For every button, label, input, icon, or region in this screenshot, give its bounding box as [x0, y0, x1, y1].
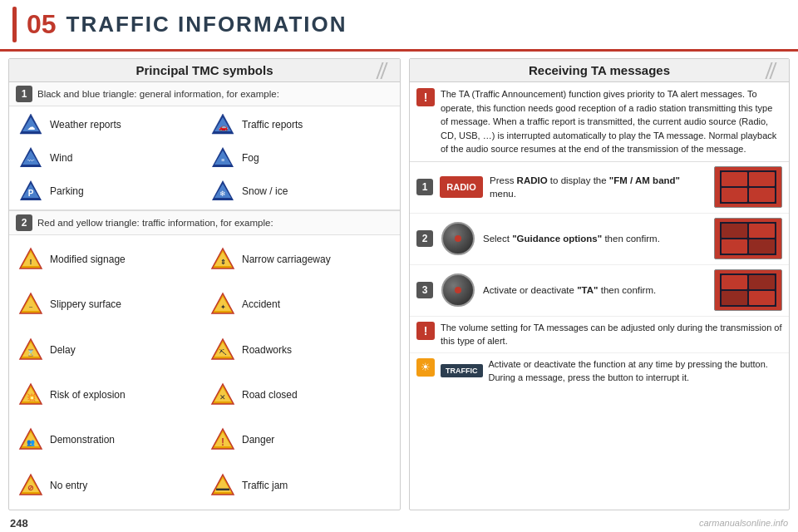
traffic-reports-label: Traffic reports [242, 119, 303, 131]
traffic-reports-icon: 🚗 [209, 111, 236, 138]
fog-icon: ≡ [209, 145, 236, 171]
accident-label: Accident [242, 298, 280, 310]
traffic-tip-text: Activate or deactivate the function at a… [489, 357, 768, 385]
section1-description: Black and blue triangle: general informa… [37, 89, 279, 99]
section2-symbols: ! Modified signage ⇕ Narrow carriageway … [9, 235, 400, 510]
road-closed-label: Road closed [242, 389, 298, 401]
svg-text:~: ~ [29, 303, 33, 311]
left-panel-title-wrap: Principal TMC symbols [9, 59, 400, 82]
svg-text:🚗: 🚗 [219, 122, 229, 132]
section2-description: Red and yellow triangle: traffic informa… [37, 218, 273, 228]
traffic-jam-label: Traffic jam [242, 480, 288, 491]
symbol-narrow-carriageway: ⇕ Narrow carriageway [204, 237, 397, 282]
step3-knob-area [440, 272, 476, 308]
symbol-fog: ≡ Fog [204, 141, 397, 175]
step1-badge: 1 [416, 179, 433, 195]
symbol-accident: ✦ Accident [204, 282, 397, 327]
right-panel: Receiving TA messages ! The TA (Traffic … [409, 58, 790, 510]
svg-text:✦: ✦ [220, 303, 226, 311]
chapter-number: 05 [27, 9, 57, 40]
modified-signage-icon: ! [17, 246, 44, 273]
section2-badge: 2 [16, 214, 32, 231]
parking-label: Parking [50, 185, 84, 197]
section1-badge: 1 [16, 86, 32, 102]
ta-info-text: The TA (Traffic Announcement) function g… [441, 87, 782, 156]
no-entry-icon: ⊘ [17, 472, 44, 499]
danger-icon: ! [209, 426, 236, 453]
symbol-weather-reports: ☁ Weather reports [12, 108, 204, 141]
symbol-roadworks: ⛏ Roadworks [204, 328, 397, 372]
symbol-modified-signage: ! Modified signage [12, 237, 204, 282]
svg-text:✕: ✕ [219, 393, 226, 401]
left-panel-title: Principal TMC symbols [135, 63, 273, 77]
step2-badge: 2 [416, 230, 433, 247]
modified-signage-label: Modified signage [50, 254, 126, 265]
slippery-surface-label: Slippery surface [50, 298, 121, 310]
weather-reports-icon: ☁ [17, 111, 44, 138]
step3-row: 3 Activate or deactivate "TA" then confi… [410, 265, 789, 317]
volume-tip-text: The volume setting for TA messages can b… [441, 321, 782, 348]
symbol-traffic-reports: 🚗 Traffic reports [204, 108, 397, 141]
traffic-jam-icon: ▬▬ [209, 472, 236, 499]
delay-label: Delay [50, 344, 76, 356]
demonstration-icon: 👥 [17, 426, 44, 453]
svg-text:⌛: ⌛ [27, 348, 35, 357]
svg-text:💥: 💥 [27, 392, 37, 402]
page-footer: 248 carmanualsonline.info [0, 514, 798, 532]
symbol-no-entry: ⊘ No entry [12, 463, 204, 508]
step1-button-label: RADIO [446, 182, 475, 192]
traffic-tip-box: ☀ TRAFFIC Activate or deactivate the fun… [410, 353, 789, 389]
right-panel-title: Receiving TA messages [529, 63, 670, 77]
exclamation-badge-2: ! [416, 322, 435, 340]
section1-symbols: ☁ Weather reports 🚗 Traffic reports 〰 Wi… [9, 106, 400, 211]
traffic-button-label: TRAFFIC [446, 367, 478, 375]
traffic-button-display: TRAFFIC [441, 364, 483, 377]
step3-device-image [714, 269, 782, 311]
step1-button-area: RADIO [440, 176, 483, 198]
symbol-road-closed: ✕ Road closed [204, 372, 397, 417]
svg-text:!: ! [30, 258, 32, 266]
svg-text:⊘: ⊘ [27, 484, 34, 492]
weather-reports-label: Weather reports [50, 119, 121, 131]
page-number: 248 [10, 517, 28, 530]
svg-text:!: ! [221, 436, 224, 448]
step1-row: 1 RADIO Press RADIO to display the "FM /… [410, 162, 789, 214]
symbol-parking: P Parking [12, 175, 204, 208]
slippery-surface-icon: ~ [17, 291, 44, 318]
svg-text:👥: 👥 [27, 438, 35, 446]
main-content: Principal TMC symbols 1 Black and blue t… [0, 52, 798, 514]
step2-knob-area [440, 220, 476, 257]
symbol-wind: 〰 Wind [12, 141, 204, 175]
risk-explosion-label: Risk of explosion [50, 389, 126, 401]
symbol-risk-explosion: 💥 Risk of explosion [12, 372, 204, 417]
svg-text:≡: ≡ [221, 157, 224, 163]
no-entry-label: No entry [50, 480, 87, 491]
symbol-traffic-jam: ▬▬ Traffic jam [204, 463, 397, 508]
risk-explosion-icon: 💥 [17, 382, 44, 408]
exclamation-badge-1: ! [416, 88, 435, 106]
snow-icon: ❄ [209, 178, 236, 204]
wind-icon: 〰 [17, 145, 44, 171]
road-closed-icon: ✕ [209, 382, 236, 408]
danger-label: Danger [242, 434, 274, 446]
slash-decoration [379, 59, 385, 81]
svg-text:⛏: ⛏ [219, 348, 227, 357]
step1-device-image [714, 166, 782, 208]
red-accent-bar [12, 7, 17, 42]
slash-decoration-right [768, 59, 774, 81]
step2-text: Select "Guidance options" then confirm. [483, 232, 707, 245]
step2-row: 2 Select "Guidance options" then confirm… [410, 214, 789, 265]
roadworks-label: Roadworks [242, 344, 292, 356]
volume-tip-box: ! The volume setting for TA messages can… [410, 317, 789, 353]
roadworks-icon: ⛏ [209, 337, 236, 363]
page-header: 05 TRAFFIC INFORMATION [0, 0, 798, 52]
symbol-danger: ! Danger [204, 417, 397, 462]
chapter-title: TRAFFIC INFORMATION [66, 12, 347, 37]
svg-text:❄: ❄ [219, 190, 226, 198]
fog-label: Fog [242, 152, 259, 164]
section1-header: 1 Black and blue triangle: general infor… [9, 82, 400, 106]
symbol-snow: ❄ Snow / ice [204, 175, 397, 208]
lightbulb-badge: ☀ [416, 358, 435, 377]
symbol-delay: ⌛ Delay [12, 328, 204, 372]
section2-header: 2 Red and yellow triangle: traffic infor… [9, 211, 400, 235]
